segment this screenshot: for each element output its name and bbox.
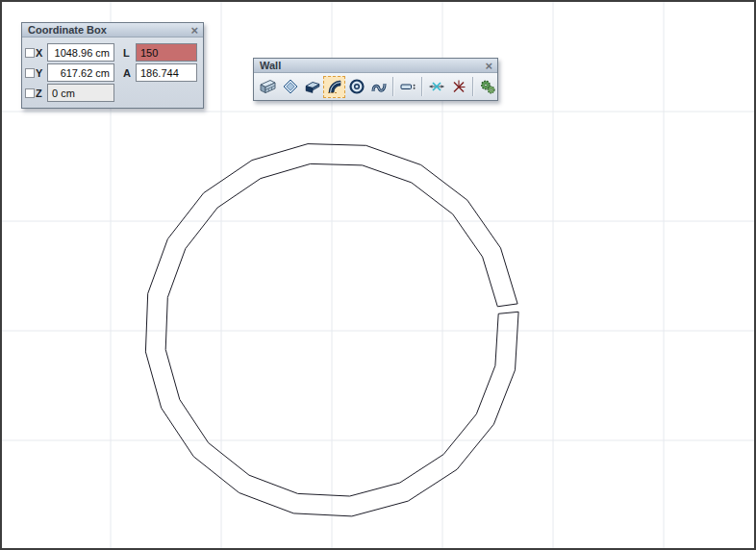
spline-wall-icon: [370, 78, 388, 95]
wall-toolbar-titlebar[interactable]: Wall ×: [254, 59, 497, 73]
corner-wall-button[interactable]: [301, 76, 323, 98]
diamond-wall-icon: [282, 78, 299, 95]
toolbar-separator: [472, 77, 473, 96]
x-lock-checkbox[interactable]: [25, 48, 35, 58]
curved-wall-icon: [326, 78, 343, 95]
curved-wall-button[interactable]: [323, 76, 345, 98]
close-icon[interactable]: ×: [485, 61, 492, 71]
no-intersect-button[interactable]: [447, 76, 469, 98]
close-icon[interactable]: ×: [190, 25, 198, 36]
y-coordinate-field[interactable]: [47, 63, 114, 82]
z-lock-checkbox[interactable]: [25, 88, 35, 98]
coordinate-box-title: Coordinate Box: [28, 24, 107, 36]
corner-wall-icon: [304, 78, 321, 95]
coordinate-box-titlebar[interactable]: Coordinate Box ×: [22, 23, 203, 38]
coordinate-row-y: Y A: [25, 63, 200, 82]
wall-toolbar-palette: Wall ×: [253, 58, 498, 101]
x-axis-label: X: [36, 47, 47, 59]
toolbar-separator: [421, 77, 422, 96]
intersect-icon: [428, 78, 445, 95]
circle-wall-icon: [348, 78, 365, 95]
length-field[interactable]: [136, 43, 197, 62]
coordinate-box-body: X L Y A Z: [22, 38, 203, 102]
intersect-button[interactable]: [425, 76, 447, 98]
x-coordinate-field[interactable]: [47, 43, 114, 62]
diamond-wall-button[interactable]: [279, 76, 301, 98]
settings-button[interactable]: [476, 76, 498, 98]
settings-gears-icon: [479, 78, 496, 95]
circle-wall-button[interactable]: [345, 76, 367, 98]
reference-line-icon: [399, 78, 416, 95]
wall-toolbar-title: Wall: [260, 60, 281, 71]
angle-field[interactable]: [136, 63, 197, 82]
straight-wall-icon: [260, 78, 277, 95]
straight-wall-button[interactable]: [257, 76, 279, 98]
angle-label: A: [123, 67, 136, 79]
coordinate-box-palette: Coordinate Box × X L Y A Z: [21, 22, 204, 109]
no-intersect-icon: [450, 78, 467, 95]
y-lock-checkbox[interactable]: [25, 68, 35, 78]
wall-toolbar-buttons: [254, 73, 497, 100]
reference-line-button[interactable]: [396, 76, 418, 98]
coordinate-row-x: X L: [25, 43, 200, 62]
z-axis-label: Z: [36, 88, 47, 99]
toolbar-separator: [392, 77, 393, 96]
coordinate-row-z: Z: [25, 84, 200, 102]
z-coordinate-field[interactable]: [47, 84, 114, 102]
spline-wall-button[interactable]: [367, 76, 390, 98]
length-label: L: [123, 47, 136, 59]
y-axis-label: Y: [36, 67, 47, 79]
app-window: Coordinate Box × X L Y A Z: [0, 0, 756, 550]
